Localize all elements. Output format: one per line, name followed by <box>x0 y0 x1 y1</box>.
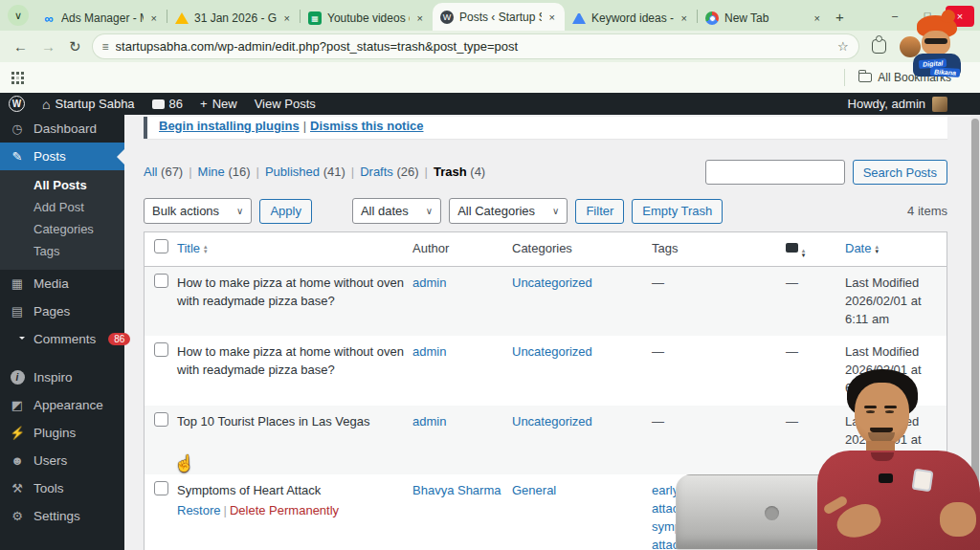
begin-installing-plugins-link[interactable]: Begin installing plugins <box>159 119 300 133</box>
sidebar-item-posts[interactable]: ✎ Posts <box>0 143 124 170</box>
sidebar-item-media[interactable]: ▦ Media <box>0 270 124 297</box>
url-text[interactable]: startupsabha.com/wp-admin/edit.php?post_… <box>116 39 837 54</box>
sidebar-item-pages[interactable]: ▤ Pages <box>0 297 124 325</box>
chrome-icon <box>705 11 719 25</box>
sidebar-item-appearance[interactable]: ◩ Appearance <box>0 391 124 419</box>
close-tab-icon[interactable]: × <box>547 11 557 23</box>
submenu-add-post[interactable]: Add Post <box>0 196 124 218</box>
close-tab-icon[interactable]: × <box>679 12 689 24</box>
sidebar-item-comments[interactable]: Comments 86 <box>0 325 124 353</box>
howdy-menu[interactable]: Howdy, admin <box>848 97 980 112</box>
tab-search-chevron-icon[interactable]: ∨ <box>8 5 29 26</box>
pushpin-icon: ✎ <box>10 149 25 164</box>
category-link[interactable]: Uncategorized <box>512 406 652 439</box>
comment-bubble-icon <box>152 99 165 109</box>
tab-google-drive[interactable]: 31 Jan 2026 - Goo × <box>167 6 300 31</box>
search-posts-button[interactable]: Search Posts <box>853 160 947 185</box>
sort-by-date[interactable]: Date▴▾ <box>845 240 879 258</box>
view-mine-link[interactable]: Mine (16) <box>198 165 251 179</box>
row-checkbox[interactable] <box>145 336 177 357</box>
view-all-link[interactable]: All (67) <box>144 165 183 179</box>
mascot-sunglasses <box>924 38 947 44</box>
apply-button[interactable]: Apply <box>259 199 312 224</box>
sidebar-item-settings[interactable]: ⚙ Settings <box>0 502 124 530</box>
header-tags: Tags <box>652 232 786 266</box>
screen: ∨ ∞ Ads Manager - Ma × 31 Jan 2026 - Goo… <box>0 0 980 550</box>
author-link[interactable]: admin <box>412 267 512 300</box>
restore-link[interactable]: Restore <box>177 503 221 517</box>
delete-permanently-link[interactable]: Delete Permanently <box>230 503 339 517</box>
submenu-categories[interactable]: Categories <box>0 218 124 240</box>
bookmarks-bar: All Bookmarks <box>0 62 980 93</box>
row-checkbox[interactable] <box>145 406 177 427</box>
address-bar[interactable]: ≡ startupsabha.com/wp-admin/edit.php?pos… <box>93 34 858 58</box>
plugin-notice: Begin installing plugins|Dismiss this no… <box>144 117 947 139</box>
google-sheets-icon: ▦ <box>308 11 322 25</box>
submenu-all-posts[interactable]: All Posts <box>0 174 124 196</box>
view-trash-link[interactable]: Trash (4) <box>434 165 485 179</box>
forward-icon[interactable]: → <box>41 38 56 55</box>
wp-sidebar: ◷ Dashboard ✎ Posts All Posts Add Post C… <box>0 115 124 550</box>
author-link[interactable]: admin <box>412 336 512 369</box>
category-link[interactable]: Uncategorized <box>512 267 652 300</box>
new-content-menu[interactable]: + New <box>191 93 246 115</box>
sidebar-item-inspiro[interactable]: i Inspiro <box>0 363 124 391</box>
tab-youtube-sheet[interactable]: ▦ Youtube videos co × <box>301 6 433 31</box>
tab-posts-active[interactable]: W Posts ‹ Startup Sab × <box>433 3 565 31</box>
browser-tab-strip: ∨ ∞ Ads Manager - Ma × 31 Jan 2026 - Goo… <box>0 0 980 31</box>
tags-cell: — <box>652 336 786 369</box>
select-all-checkbox[interactable] <box>145 232 177 253</box>
close-tab-icon[interactable]: × <box>415 12 425 24</box>
sidebar-item-tools[interactable]: ⚒ Tools <box>0 474 124 502</box>
back-icon[interactable]: ← <box>13 38 28 55</box>
wp-admin-bar: W ⌂ Startup Sabha 86 + New View Posts Ho… <box>0 93 980 115</box>
filter-button[interactable]: Filter <box>575 199 624 224</box>
sort-by-title[interactable]: Title▴▾ <box>177 240 208 258</box>
search-posts-input[interactable] <box>705 160 845 185</box>
bookmark-star-icon[interactable]: ☆ <box>837 39 849 54</box>
post-title: How to make pizza at home without oven w… <box>177 336 412 387</box>
site-name-menu[interactable]: ⌂ Startup Sabha <box>33 93 144 115</box>
table-header-row: Title▴▾ Author Categories Tags ▴▾ Date▴▾ <box>145 232 947 267</box>
row-checkbox[interactable] <box>145 267 177 288</box>
tags-cell: — <box>652 267 786 300</box>
submenu-tags[interactable]: Tags <box>0 240 124 262</box>
view-drafts-link[interactable]: Drafts (26) <box>360 165 418 179</box>
bulk-actions-select[interactable]: Bulk actions ∨ <box>144 198 252 224</box>
view-published-link[interactable]: Published (41) <box>265 165 345 179</box>
author-link[interactable]: admin <box>412 406 512 439</box>
close-tab-icon[interactable]: × <box>282 12 292 24</box>
new-tab-button[interactable]: + <box>835 9 844 25</box>
row-checkbox[interactable] <box>145 474 177 495</box>
header-categories: Categories <box>512 232 652 266</box>
wp-logo-menu[interactable]: W <box>0 93 33 115</box>
category-link[interactable]: Uncategorized <box>512 336 652 369</box>
view-posts-menu[interactable]: View Posts <box>246 93 324 115</box>
category-link[interactable]: General <box>512 474 652 508</box>
apps-grid-icon[interactable] <box>11 72 24 84</box>
dismiss-notice-link[interactable]: Dismiss this notice <box>310 119 423 133</box>
date-cell: Last Modified 2026/02/01 at 6:11 am <box>845 267 947 337</box>
all-dates-select[interactable]: All dates ∨ <box>352 198 441 224</box>
site-info-icon[interactable]: ≡ <box>102 40 108 54</box>
close-tab-icon[interactable]: × <box>813 12 822 24</box>
tab-new-tab[interactable]: New Tab × <box>698 6 830 31</box>
sidebar-item-plugins[interactable]: ⚡ Plugins <box>0 419 124 447</box>
extensions-icon[interactable] <box>872 39 886 54</box>
sidebar-item-users[interactable]: ☻ Users <box>0 447 124 474</box>
close-tab-icon[interactable]: × <box>149 12 159 24</box>
comments-count-badge: 86 <box>108 333 130 345</box>
folder-icon <box>858 73 872 82</box>
comments-menu[interactable]: 86 <box>144 93 191 115</box>
tab-keyword-ideas[interactable]: Keyword ideas - M × <box>565 6 697 31</box>
author-link[interactable]: Bhavya Sharma <box>412 474 512 508</box>
presenter-collar <box>871 452 894 461</box>
empty-trash-button[interactable]: Empty Trash <box>632 199 723 224</box>
sort-by-comments[interactable]: ▴▾ <box>786 232 845 266</box>
post-title: How to make pizza at home without oven w… <box>177 267 412 319</box>
collapse-menu-button[interactable]: ◄ Collapse Menu <box>0 543 124 550</box>
tab-ads-manager[interactable]: ∞ Ads Manager - Ma × <box>34 6 167 31</box>
sidebar-item-dashboard[interactable]: ◷ Dashboard <box>0 115 124 143</box>
all-categories-select[interactable]: All Categories ∨ <box>449 198 568 224</box>
reload-icon[interactable]: ↻ <box>69 38 81 55</box>
